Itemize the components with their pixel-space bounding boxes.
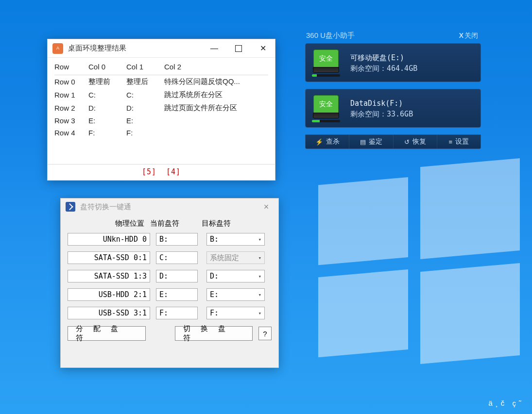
cell: Row 0 [54,75,88,89]
col-current: 当前盘符 [150,219,199,228]
target-letter-select[interactable]: D:▾ [206,270,265,282]
current-letter: B: [156,233,198,246]
cell: Row 1 [54,88,88,101]
table-row: Row 1C:C:跳过系统所在分区 [54,88,268,101]
drive-row: USB-SSD 3:1F:F:▾ [68,307,272,319]
drive-row: SATA-SSD 1:3D:D:▾ [68,270,272,282]
drive-switch-window: 盘符切换一键通 × 物理位置 当前盘符 目标盘符 UNkn-HDD 0B:B:▾… [60,198,279,368]
col-physical: 物理位置 [68,219,150,228]
cell: E: [126,115,164,127]
result-footer: [5] [4] [48,164,275,180]
physical-location: UNkn-HDD 0 [68,233,150,246]
physical-location: SATA-SSD 1:3 [68,270,150,282]
physical-location: USB-SSD 3:1 [68,307,150,319]
toolbar-icon: ≡ [449,138,453,146]
disk-info: DataDisk(F:)剩余空间：33.6GB [350,98,474,120]
close-button[interactable]: ✕ [251,39,275,57]
table-row: Row 2D:D:跳过页面文件所在分区 [54,101,268,115]
drive-row: USB-HDD 2:1E:E:▾ [68,288,272,301]
cell: C: [126,88,164,101]
cell: 整理后 [126,75,164,89]
disk-name: DataDisk(F:) [350,98,474,109]
corner-text: ä¸č ç˜ [489,399,525,407]
cell: 整理前 [88,75,126,89]
toolbar-icon: ↺ [404,138,410,146]
table-row: Row 4F:F: [54,127,268,139]
drive-switch-titlebar[interactable]: 盘符切换一键通 × [61,199,278,215]
usb-helper-panel: 360 U盘小助手 X关闭 安全可移动硬盘(E:)剩余空间：464.4GB安全D… [305,31,481,149]
footer-link-5[interactable]: [5] [142,167,156,176]
disk-icon: 安全 [312,95,340,122]
usb-toolbar-恢复[interactable]: ↺恢复 [394,135,437,149]
target-letter-select: 系统固定▾ [206,251,265,264]
result-window-titlebar[interactable]: A 桌面环境整理结果 — ✕ [48,39,275,58]
current-letter: E: [156,288,198,301]
window-title: 桌面环境整理结果 [68,44,202,53]
cell: D: [88,101,126,115]
cell: Row 4 [54,127,88,139]
physical-location: USB-HDD 2:1 [68,288,150,301]
drive-row: SATA-SSD 0:1C:系统固定▾ [68,251,272,264]
physical-location: SATA-SSD 0:1 [68,251,150,264]
cell [164,127,268,139]
usb-toolbar-鉴定[interactable]: ▤鉴定 [349,135,393,149]
chevron-down-icon: ▾ [258,292,261,298]
result-window: A 桌面环境整理结果 — ✕ Row Col 0 Col 1 Col 2 Row… [47,39,275,181]
toolbar-label: 恢复 [412,137,426,146]
cell: Row 3 [54,115,88,127]
result-table: Row Col 0 Col 1 Col 2 Row 0整理前整理后特殊分区问题反… [54,61,268,139]
assign-button[interactable]: 分 配 盘 符 [68,326,146,341]
disk-info: 可移动硬盘(E:)剩余空间：464.4GB [350,52,474,74]
disk-space: 剩余空间：33.6GB [350,109,474,120]
drive-row: UNkn-HDD 0B:B:▾ [68,233,272,246]
table-row: Row 0整理前整理后特殊分区问题反馈QQ... [54,75,268,89]
target-letter-select[interactable]: F:▾ [206,307,265,319]
usb-disk-card[interactable]: 安全DataDisk(F:)剩余空间：33.6GB [305,89,481,128]
toolbar-icon: ▤ [360,138,366,146]
switch-button[interactable]: 切 换 盘 符 [175,326,253,341]
cell: 跳过页面文件所在分区 [164,101,268,115]
disk-name: 可移动硬盘(E:) [350,52,474,64]
cell: F: [88,127,126,139]
chevron-down-icon: ▾ [258,273,261,280]
cell: 跳过系统所在分区 [164,88,268,101]
footer-link-4[interactable]: [4] [166,167,181,176]
windows-logo [318,160,522,364]
current-letter: C: [156,251,198,264]
cell: D: [126,101,164,115]
current-letter: F: [156,307,198,319]
toolbar-icon: ⚡ [315,138,323,146]
cell: F: [126,127,164,139]
cell: Row 2 [54,101,88,115]
window-title: 盘符切换一键通 [80,202,259,212]
th-row: Row [54,61,88,75]
minimize-button[interactable]: — [202,39,226,57]
current-letter: D: [156,270,198,282]
toolbar-label: 设置 [455,137,469,146]
chevron-down-icon: ▾ [258,255,261,261]
th-col0: Col 0 [88,61,126,75]
cell [164,115,268,127]
table-row: Row 3E:E: [54,115,268,127]
target-letter-select[interactable]: E:▾ [206,288,265,301]
cell: E: [88,115,126,127]
col-target: 目标盘符 [199,219,257,228]
th-col2: Col 2 [164,61,268,75]
cell: 特殊分区问题反馈QQ... [164,75,268,89]
th-col1: Col 1 [126,61,164,75]
chevron-down-icon: ▾ [258,310,261,316]
usb-toolbar-设置[interactable]: ≡设置 [437,135,481,149]
usb-toolbar-查杀[interactable]: ⚡查杀 [306,135,349,149]
toolbar-label: 查杀 [326,137,340,146]
disk-icon: 安全 [312,50,340,77]
app-icon: A [52,43,63,54]
close-button[interactable]: × [259,202,274,212]
target-letter-select[interactable]: B:▾ [206,233,265,246]
app-icon [66,202,75,212]
usb-toolbar: ⚡查杀▤鉴定↺恢复≡设置 [305,134,481,149]
help-button[interactable]: ? [258,327,272,340]
usb-close-button[interactable]: X关闭 [459,32,478,40]
maximize-button[interactable] [226,39,251,57]
usb-disk-card[interactable]: 安全可移动硬盘(E:)剩余空间：464.4GB [305,43,481,82]
cell: C: [88,88,126,101]
